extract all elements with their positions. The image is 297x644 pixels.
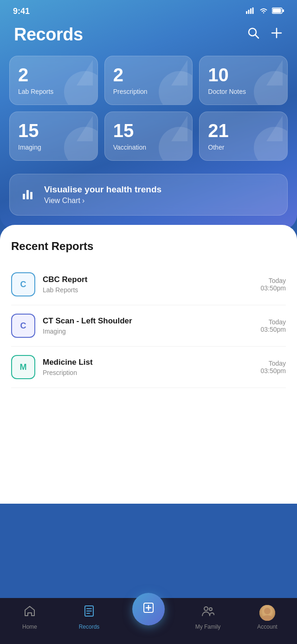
cbc-report-info: CBC Report Lab Reports <box>43 275 261 294</box>
user-avatar <box>259 605 275 621</box>
ctscan-report-hour: 03:50pm <box>261 326 286 333</box>
page-header: Records <box>0 20 297 56</box>
home-icon <box>23 605 36 621</box>
other-number: 21 <box>208 121 279 140</box>
ctscan-report-name: CT Scan - Left Shoulder <box>43 316 261 326</box>
cbc-report-type: Lab Reports <box>43 286 261 294</box>
records-icon <box>83 605 96 621</box>
header-actions <box>247 26 283 43</box>
svg-rect-1 <box>248 10 250 14</box>
nav-item-fab[interactable] <box>119 609 178 625</box>
doctor-notes-number: 10 <box>208 66 279 84</box>
ctscan-report-type: Imaging <box>43 328 261 335</box>
nav-label-account: Account <box>257 624 277 630</box>
app-container: 9:41 <box>0 0 297 644</box>
svg-rect-6 <box>283 9 284 12</box>
nav-item-records[interactable]: Records <box>59 605 119 630</box>
stat-card-doctor-notes[interactable]: 10 Doctor Notes <box>199 56 288 105</box>
chart-icon <box>21 185 37 204</box>
trends-text: Visualise your health trends View Chart … <box>44 184 276 205</box>
svg-point-22 <box>209 608 212 611</box>
medicine-report-time: Today 03:50pm <box>261 360 286 375</box>
cbc-report-hour: 03:50pm <box>261 284 286 292</box>
trends-title: Visualise your health trends <box>44 184 276 195</box>
medicine-report-type: Prescription <box>43 369 261 376</box>
status-icons <box>246 7 284 16</box>
main-content: 9:41 <box>0 0 297 593</box>
report-item-cbc[interactable]: C CBC Report Lab Reports Today 03:50pm <box>11 264 286 305</box>
status-bar: 9:41 <box>0 0 297 20</box>
ctscan-report-info: CT Scan - Left Shoulder Imaging <box>43 316 261 335</box>
time-display: 9:41 <box>13 7 30 16</box>
svg-point-21 <box>204 607 208 611</box>
medicine-report-date: Today <box>261 360 286 367</box>
nav-label-my-family: My Family <box>195 624 221 630</box>
cbc-report-time: Today 03:50pm <box>261 277 286 292</box>
ctscan-report-time: Today 03:50pm <box>261 318 286 333</box>
prescription-label: Prescription <box>113 88 184 95</box>
recent-reports-title: Recent Reports <box>11 240 286 253</box>
bottom-navigation: Home Records <box>0 598 297 644</box>
cbc-report-name: CBC Report <box>43 275 261 284</box>
svg-rect-13 <box>30 192 32 199</box>
stat-card-prescription[interactable]: 2 Prescription <box>104 56 193 105</box>
trends-banner[interactable]: Visualise your health trends View Chart … <box>9 174 288 216</box>
stat-card-imaging[interactable]: 15 Imaging <box>9 112 98 161</box>
fab-button[interactable] <box>132 593 165 625</box>
report-item-ctscan[interactable]: C CT Scan - Left Shoulder Imaging Today … <box>11 305 286 347</box>
top-section: 9:41 <box>0 0 297 230</box>
nav-item-account[interactable]: Account <box>238 605 297 630</box>
nav-label-records: Records <box>79 624 100 630</box>
cbc-report-icon: C <box>11 272 35 296</box>
lab-reports-label: Lab Reports <box>18 88 89 95</box>
stat-card-lab-reports[interactable]: 2 Lab Reports <box>9 56 98 105</box>
medicine-report-name: Medicine List <box>43 358 261 367</box>
fab-icon <box>142 601 155 618</box>
svg-point-7 <box>249 28 256 36</box>
medicine-report-icon: M <box>11 355 35 379</box>
account-avatar <box>259 605 275 621</box>
vaccination-number: 15 <box>113 121 184 140</box>
search-button[interactable] <box>247 26 260 43</box>
page-title: Records <box>14 25 83 45</box>
ctscan-report-date: Today <box>261 318 286 326</box>
avatar-image <box>259 605 275 621</box>
nav-item-my-family[interactable]: My Family <box>178 605 238 630</box>
lab-reports-number: 2 <box>18 66 89 84</box>
nav-item-home[interactable]: Home <box>0 605 59 630</box>
cbc-report-date: Today <box>261 277 286 284</box>
vaccination-label: Vaccination <box>113 144 184 151</box>
other-label: Other <box>208 144 279 151</box>
nav-label-home: Home <box>22 624 37 630</box>
signal-icon <box>246 7 255 16</box>
svg-rect-3 <box>252 7 254 14</box>
svg-rect-12 <box>26 190 29 199</box>
svg-rect-5 <box>273 9 281 13</box>
medicine-report-info: Medicine List Prescription <box>43 358 261 376</box>
doctor-notes-label: Doctor Notes <box>208 88 279 95</box>
stat-card-vaccination[interactable]: 15 Vaccination <box>104 112 193 161</box>
prescription-number: 2 <box>113 66 184 84</box>
ctscan-report-icon: C <box>11 314 35 338</box>
add-button[interactable] <box>270 26 283 43</box>
wifi-icon <box>259 7 268 16</box>
stats-grid: 2 Lab Reports 2 Prescription 10 Doctor N… <box>0 56 297 161</box>
svg-line-8 <box>256 35 259 39</box>
imaging-label: Imaging <box>18 144 89 151</box>
recent-reports-section: Recent Reports C CBC Report Lab Reports … <box>0 225 297 504</box>
view-chart-text: View Chart <box>44 197 80 205</box>
svg-rect-0 <box>246 11 247 14</box>
my-family-icon <box>201 605 214 621</box>
view-chart-arrow: › <box>82 197 84 205</box>
medicine-report-hour: 03:50pm <box>261 367 286 375</box>
svg-rect-2 <box>250 8 252 14</box>
svg-rect-11 <box>23 194 25 199</box>
view-chart-link[interactable]: View Chart › <box>44 197 276 205</box>
imaging-number: 15 <box>18 121 89 140</box>
stat-card-other[interactable]: 21 Other <box>199 112 288 161</box>
report-item-medicine[interactable]: M Medicine List Prescription Today 03:50… <box>11 347 286 388</box>
battery-icon <box>272 7 284 16</box>
